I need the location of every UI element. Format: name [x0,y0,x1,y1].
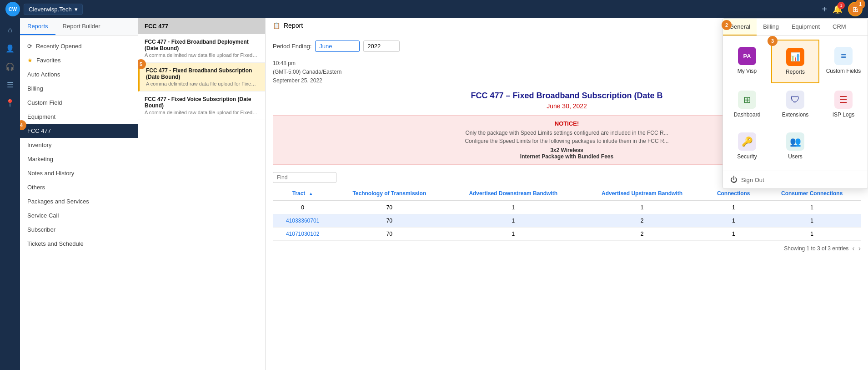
nav-fcc477[interactable]: FCC 477 4 [20,124,138,138]
icon-sidebar: ⌂ 👤 🎧 ☰ 📍 [0,18,20,370]
recently-opened-icon: ⟳ [27,43,32,50]
app-body: ⌂ 👤 🎧 ☰ 📍 Reports Report Builder ⟳ Recen… [0,18,868,370]
sidebar-icon-home[interactable]: ⌂ [2,22,18,38]
nav-subscriber[interactable]: Subscriber [20,223,138,237]
col-tech[interactable]: Technology of Transmission [332,187,446,201]
grid-item-extensions[interactable]: 🛡 Extensions [771,83,819,125]
tab-report-builder[interactable]: Report Builder [55,18,108,35]
cell-tech: 70 [332,201,446,214]
notifications-button[interactable]: 🔔 1 [833,4,843,14]
sidebar-icon-location[interactable]: 📍 [2,95,18,111]
dashboard-icon: ⊞ [738,91,756,109]
sidebar-icon-support[interactable]: 🎧 [2,58,18,75]
cell-consumer-connections: 1 [763,201,861,214]
grid-item-dashboard[interactable]: ⊞ Dashboard [723,83,771,125]
cell-consumer-connections: 1 [763,214,861,227]
reports-sidebar: Reports Report Builder ⟳ Recently Opened… [20,18,138,370]
grid-item-reports[interactable]: 3 📊 Reports [771,40,819,83]
myvisp-avatar: PA [738,47,756,65]
nav-others[interactable]: Others [20,180,138,194]
data-table: Tract ▲ Technology of Transmission Adver… [273,187,861,241]
nav-inventory[interactable]: Inventory [20,138,138,152]
isp-logs-icon: ☰ [834,91,853,109]
cell-consumer-connections: 1 [763,227,861,240]
step3-badge: 3 [768,36,778,46]
middle-item-2[interactable]: FCC 477 - Fixed Voice Subscription (Date… [138,91,265,120]
security-icon: 🔑 [738,132,756,151]
step1-badge: 1 [855,0,865,9]
cell-connections: 1 [704,201,763,214]
dropdown-menu: General Billing Equipment CRM PA My Visp… [722,18,868,189]
app-logo: CW [5,2,20,16]
cell-downstream: 1 [446,227,580,240]
sidebar-icon-users[interactable]: 👤 [2,40,18,56]
favorites-icon: ★ [27,57,33,64]
nav-billing[interactable]: Billing [20,81,138,96]
col-tract[interactable]: Tract ▲ [273,187,332,201]
cell-tract[interactable]: 41033360701 [273,214,332,227]
dropdown-tab-billing[interactable]: Billing [757,19,785,35]
cell-upstream: 1 [580,201,704,214]
grid-menu-button[interactable]: ⊞ 1 [848,2,863,16]
company-selector[interactable]: Cleverwisp.Tech ▾ [24,4,83,15]
nav-auto-actions[interactable]: Auto Actions [20,67,138,81]
col-downstream[interactable]: Advertised Downstream Bandwith [446,187,580,201]
nav-notes-history[interactable]: Notes and History [20,166,138,180]
nav-custom-field[interactable]: Custom Field [20,96,138,110]
company-dropdown-icon: ▾ [75,6,78,13]
nav-equipment[interactable]: Equipment [20,110,138,124]
grid-item-custom-fields[interactable]: ≡ Custom Fields [819,40,868,83]
cell-tract[interactable]: 41071030102 [273,227,332,240]
find-input[interactable] [273,172,336,183]
company-name: Cleverwisp.Tech [29,6,72,13]
nav-service-call[interactable]: Service Call [20,208,138,223]
custom-fields-icon: ≡ [834,47,853,65]
month-select[interactable]: June January February March April May Ju… [315,41,360,52]
nav-favorites[interactable]: ★ Favorites [20,53,138,67]
middle-item-0[interactable]: FCC 477 - Fixed Broadband Deployment (Da… [138,34,265,63]
extensions-label: Extensions [782,112,809,118]
sidebar-icon-list[interactable]: ☰ [2,76,18,93]
cell-upstream: 2 [580,214,704,227]
cell-connections: 1 [704,214,763,227]
dropdown-tab-equipment[interactable]: Equipment [785,19,826,35]
nav-marketing[interactable]: Marketing [20,152,138,166]
sign-out-button[interactable]: ⏻ Sign Out [723,171,868,188]
next-page-button[interactable]: › [858,244,861,253]
table-row: 0 70 1 1 1 1 [273,201,861,214]
grid-item-isp-logs[interactable]: ☰ ISP Logs [819,83,868,125]
cell-downstream: 1 [446,214,580,227]
users-label: Users [788,153,802,160]
prev-page-button[interactable]: ‹ [852,244,854,253]
cell-tech: 70 [332,227,446,240]
cell-connections: 1 [704,227,763,240]
grid-item-security[interactable]: 🔑 Security [723,125,771,167]
dropdown-tab-crm[interactable]: CRM [826,19,853,35]
extensions-icon: 🛡 [786,91,804,109]
nav-tickets-schedule[interactable]: Tickets and Schedule [20,237,138,251]
middle-item-1[interactable]: 5 FCC 477 - Fixed Broadband Subscription… [138,63,265,91]
reports-tabs: Reports Report Builder [20,18,138,35]
grid-item-myvisp[interactable]: PA My Visp [723,40,771,83]
step5-badge: 5 [138,59,146,69]
step2-badge: 2 [722,20,732,30]
tab-reports[interactable]: Reports [20,18,55,35]
middle-panel-header: FCC 477 [138,18,265,34]
notification-badge: 1 [838,2,845,9]
grid-item-users[interactable]: 👥 Users [771,125,819,167]
table-row: 41071030102 70 1 2 1 1 [273,227,861,240]
security-label: Security [737,153,757,160]
col-upstream[interactable]: Advertised Upstream Bandwith [580,187,704,201]
add-button[interactable]: + [822,4,827,15]
dropdown-grid: PA My Visp 3 📊 Reports ≡ Custom Fields ⊞… [723,36,868,171]
reports-grid-icon: 📊 [786,48,804,66]
dropdown-tabs: General Billing Equipment CRM [723,19,868,36]
middle-panel: FCC 477 FCC 477 - Fixed Broadband Deploy… [138,18,266,370]
year-input[interactable] [363,41,400,52]
reports-grid-label: Reports [786,69,805,75]
cell-tech: 70 [332,214,446,227]
nav-packages-services[interactable]: Packages and Services [20,194,138,208]
nav-recently-opened[interactable]: ⟳ Recently Opened [20,39,138,53]
cell-upstream: 2 [580,227,704,240]
table-row: 41033360701 70 1 2 1 1 [273,214,861,227]
